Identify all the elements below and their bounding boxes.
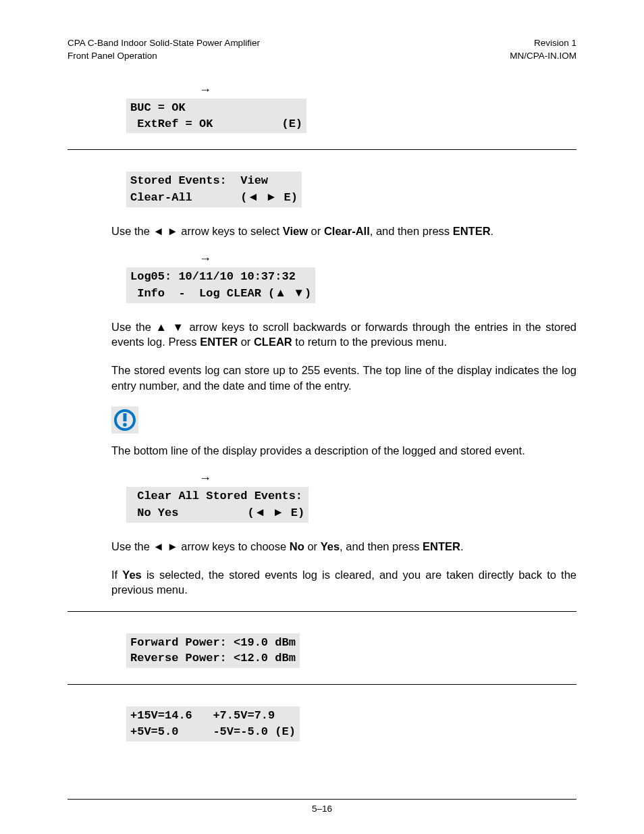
header-right: Revision 1 MN/CPA-IN.IOM [510,37,576,63]
lcd-text: Log05: 10/11/10 10:37:32 Info - Log CLEA… [126,267,315,303]
page-footer: 5–16 [0,799,644,814]
down-triangle-icon: ▼ [293,286,304,299]
body-paragraph: The bottom line of the display provides … [111,443,576,458]
right-triangle-icon: ► [265,190,277,203]
up-triangle-icon: ▲ [275,286,286,299]
doc-section: Front Panel Operation [68,51,157,61]
right-arrow-icon: → [199,471,211,485]
right-triangle-icon: ► [167,540,178,552]
lcd-display-log: Log05: 10/11/10 10:37:32 Info - Log CLEA… [126,267,576,303]
body-paragraph: The stored events log can store up to 25… [111,363,576,393]
section-divider [68,684,576,685]
lcd-display-voltages: +15V=14.6 +7.5V=7.9 +5V=5.0 -5V=-5.0 (E) [126,696,576,741]
lcd-display-buc: BUC = OK ExtRef = OK (E) [126,99,576,134]
doc-title: CPA C-Band Indoor Solid-State Power Ampl… [68,38,260,48]
left-triangle-icon: ◄ [254,506,266,519]
left-triangle-icon: ◄ [153,540,163,552]
header-left: CPA C-Band Indoor Solid-State Power Ampl… [68,37,260,63]
instruction-text: Use the ▲ ▼ arrow keys to scroll backwar… [111,319,576,350]
body-paragraph: If Yes is selected, the stored events lo… [111,567,576,598]
page-content: → BUC = OK ExtRef = OK (E) Stored Events… [111,83,576,741]
svg-rect-2 [124,413,127,421]
left-triangle-icon: ◄ [247,190,259,203]
instruction-text: Use the ◄ ► arrow keys to choose No or Y… [111,539,576,554]
lcd-text: Stored Events: View Clear-All (◄ ► E) [126,172,302,207]
up-triangle-icon: ▲ [156,321,168,333]
down-triangle-icon: ▼ [172,321,184,333]
arrow-indicator: → [111,252,576,266]
lcd-display-stored-events: Stored Events: View Clear-All (◄ ► E) [126,161,576,207]
lcd-display-clear-confirm: Clear All Stored Events: No Yes (◄ ► E) [126,487,576,523]
section-divider [68,149,576,150]
footer-rule [68,799,576,800]
left-triangle-icon: ◄ [153,225,163,237]
page-number: 5–16 [312,804,332,814]
arrow-indicator: → [111,83,576,97]
lcd-text: +15V=14.6 +7.5V=7.9 +5V=5.0 -5V=-5.0 (E) [126,706,300,741]
right-arrow-icon: → [199,252,211,265]
alert-icon [111,407,138,434]
right-triangle-icon: ► [273,506,284,519]
page-header: CPA C-Band Indoor Solid-State Power Ampl… [68,37,576,63]
lcd-text: BUC = OK ExtRef = OK (E) [126,99,306,134]
lcd-display-power: Forward Power: <19.0 dBm Reverse Power: … [126,623,576,669]
doc-revision: Revision 1 [534,38,576,48]
svg-point-3 [123,423,127,427]
right-arrow-icon: → [199,83,211,97]
document-page: CPA C-Band Indoor Solid-State Power Ampl… [0,0,644,834]
instruction-text: Use the ◄ ► arrow keys to select View or… [111,224,576,238]
arrow-indicator: → [111,471,576,486]
lcd-text: Clear All Stored Events: No Yes (◄ ► E) [126,487,308,523]
section-divider [68,611,576,612]
doc-code: MN/CPA-IN.IOM [510,51,576,61]
right-triangle-icon: ► [167,225,178,237]
lcd-text: Forward Power: <19.0 dBm Reverse Power: … [126,633,300,669]
